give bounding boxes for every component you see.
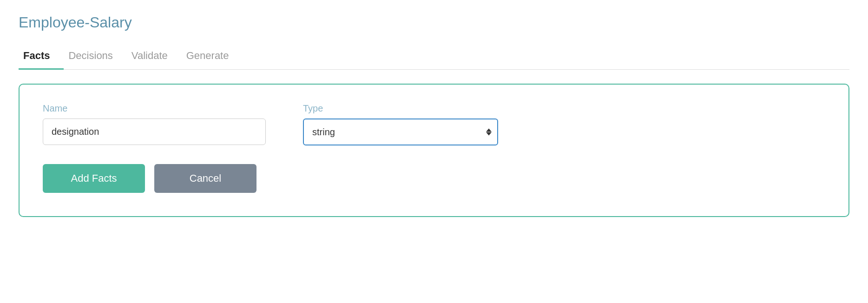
cancel-button[interactable]: Cancel <box>154 164 256 193</box>
name-label: Name <box>43 103 266 114</box>
type-label: Type <box>303 103 498 114</box>
tabs-nav: Facts Decisions Validate Generate <box>19 45 849 70</box>
type-field-group: Type string integer boolean double date <box>303 103 498 145</box>
form-button-row: Add Facts Cancel <box>43 164 825 193</box>
tab-validate[interactable]: Validate <box>127 45 182 70</box>
form-fields-row: Name Type string integer boolean double … <box>43 103 825 145</box>
name-input[interactable] <box>43 119 266 145</box>
tab-facts[interactable]: Facts <box>19 45 64 70</box>
type-select-wrapper: string integer boolean double date <box>303 119 498 145</box>
name-field-group: Name <box>43 103 266 145</box>
add-facts-button[interactable]: Add Facts <box>43 164 145 193</box>
facts-form-card: Name Type string integer boolean double … <box>19 84 849 217</box>
tab-decisions[interactable]: Decisions <box>64 45 126 70</box>
page-title: Employee-Salary <box>19 14 849 31</box>
type-select[interactable]: string integer boolean double date <box>303 119 498 145</box>
tab-generate[interactable]: Generate <box>182 45 243 70</box>
